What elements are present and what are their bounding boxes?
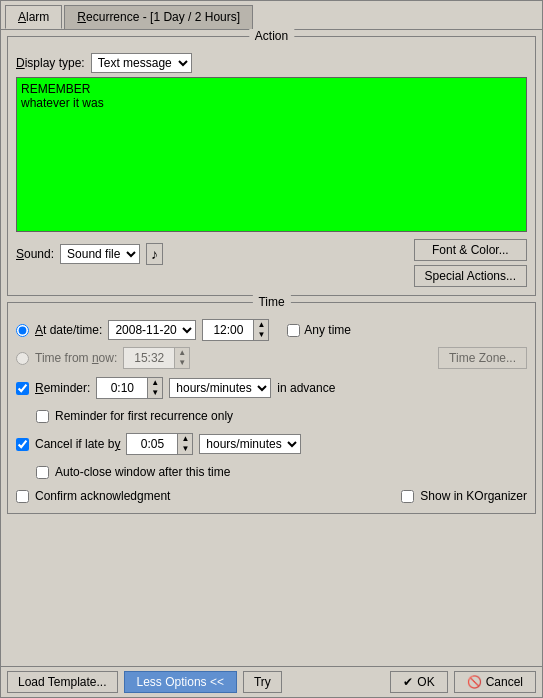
confirm-ack-label: Confirm acknowledgment bbox=[35, 489, 170, 503]
at-datetime-row: At date/time: 2008-11-20 12:00 ▲ ▼ Any t… bbox=[16, 319, 527, 341]
sound-row: Sound: Sound file No sound Beep ♪ bbox=[16, 243, 163, 265]
try-button[interactable]: Try bbox=[243, 671, 282, 693]
cancel-label: Cancel bbox=[486, 675, 523, 689]
cancel-late-checkbox[interactable] bbox=[16, 438, 29, 451]
tab-recurrence[interactable]: Recurrence - [1 Day / 2 Hours] bbox=[64, 5, 253, 29]
bottom-bar: Load Template... Less Options << Try ✔ O… bbox=[1, 666, 542, 697]
right-buttons: Font & Color... Special Actions... bbox=[414, 239, 527, 287]
autoclose-label: Auto-close window after this time bbox=[55, 465, 230, 479]
from-now-spinner-arrows: ▲ ▼ bbox=[174, 348, 189, 368]
confirm-korg-row: Confirm acknowledgment Show in KOrganize… bbox=[16, 487, 527, 505]
display-type-row: Display type: Text message File Command bbox=[16, 53, 527, 73]
cancel-icon: 🚫 bbox=[467, 675, 482, 689]
action-group: Action Display type: Text message File C… bbox=[7, 36, 536, 296]
reminder-first-label: Reminder for first recurrence only bbox=[55, 409, 233, 423]
timezone-button[interactable]: Time Zone... bbox=[438, 347, 527, 369]
time-from-now-radio[interactable] bbox=[16, 352, 29, 365]
sound-label: Sound: bbox=[16, 247, 54, 261]
tab-bar: Alarm Recurrence - [1 Day / 2 Hours] bbox=[1, 1, 542, 29]
tab-recurrence-label: Recurrence - [1 Day / 2 Hours] bbox=[77, 10, 240, 24]
from-now-spinner: 15:32 ▲ ▼ bbox=[123, 347, 190, 369]
date-select[interactable]: 2008-11-20 bbox=[108, 320, 196, 340]
action-bottom-row: Sound: Sound file No sound Beep ♪ Font &… bbox=[16, 239, 527, 287]
reminder-first-row: Reminder for first recurrence only bbox=[16, 407, 527, 425]
less-options-button[interactable]: Less Options << bbox=[124, 671, 237, 693]
time-group-content: At date/time: 2008-11-20 12:00 ▲ ▼ Any t… bbox=[16, 319, 527, 505]
time-spinner: 12:00 ▲ ▼ bbox=[202, 319, 269, 341]
cancel-late-down-arrow[interactable]: ▼ bbox=[178, 444, 192, 454]
reminder-spinner-value: 0:10 bbox=[97, 380, 147, 396]
time-group-title: Time bbox=[252, 295, 290, 309]
time-from-now-label: Time from now: bbox=[35, 351, 117, 365]
font-color-button[interactable]: Font & Color... bbox=[414, 239, 527, 261]
load-template-button[interactable]: Load Template... bbox=[7, 671, 118, 693]
cancel-button[interactable]: 🚫 Cancel bbox=[454, 671, 536, 693]
cancel-late-label: Cancel if late by bbox=[35, 437, 120, 451]
reminder-down-arrow[interactable]: ▼ bbox=[148, 388, 162, 398]
time-group: Time At date/time: 2008-11-20 12:00 ▲ ▼ bbox=[7, 302, 536, 514]
cancel-late-row: Cancel if late by 0:05 ▲ ▼ hours/minutes… bbox=[16, 431, 527, 457]
from-now-down-arrow[interactable]: ▼ bbox=[175, 358, 189, 368]
message-textarea[interactable]: REMEMBER whatever it was bbox=[16, 77, 527, 232]
autoclose-row: Auto-close window after this time bbox=[16, 463, 527, 481]
main-content: Action Display type: Text message File C… bbox=[1, 29, 542, 666]
tab-alarm-label: Alarm bbox=[18, 10, 49, 24]
action-group-title: Action bbox=[249, 29, 294, 43]
ok-button[interactable]: ✔ OK bbox=[390, 671, 447, 693]
special-actions-button[interactable]: Special Actions... bbox=[414, 265, 527, 287]
cancel-late-spinner-value: 0:05 bbox=[127, 436, 177, 452]
tab-alarm[interactable]: Alarm bbox=[5, 5, 62, 29]
show-korg-checkbox[interactable] bbox=[401, 490, 414, 503]
sound-select[interactable]: Sound file No sound Beep bbox=[60, 244, 140, 264]
autoclose-checkbox[interactable] bbox=[36, 466, 49, 479]
time-down-arrow[interactable]: ▼ bbox=[254, 330, 268, 340]
reminder-unit-select[interactable]: hours/minutes days weeks bbox=[169, 378, 271, 398]
from-now-up-arrow[interactable]: ▲ bbox=[175, 348, 189, 358]
at-datetime-label: At date/time: bbox=[35, 323, 102, 337]
time-spinner-arrows: ▲ ▼ bbox=[253, 320, 268, 340]
ok-label: OK bbox=[417, 675, 434, 689]
main-window: Alarm Recurrence - [1 Day / 2 Hours] Act… bbox=[0, 0, 543, 698]
reminder-advance-label: in advance bbox=[277, 381, 335, 395]
confirm-ack-checkbox[interactable] bbox=[16, 490, 29, 503]
reminder-row: Reminder: 0:10 ▲ ▼ hours/minutes days we… bbox=[16, 375, 527, 401]
reminder-checkbox[interactable] bbox=[16, 382, 29, 395]
reminder-spinner-arrows: ▲ ▼ bbox=[147, 378, 162, 398]
cancel-late-up-arrow[interactable]: ▲ bbox=[178, 434, 192, 444]
time-spinner-value: 12:00 bbox=[203, 322, 253, 338]
time-up-arrow[interactable]: ▲ bbox=[254, 320, 268, 330]
show-korg-label: Show in KOrganizer bbox=[420, 489, 527, 503]
reminder-up-arrow[interactable]: ▲ bbox=[148, 378, 162, 388]
at-datetime-radio[interactable] bbox=[16, 324, 29, 337]
display-type-select[interactable]: Text message File Command bbox=[91, 53, 192, 73]
cancel-late-spinner: 0:05 ▲ ▼ bbox=[126, 433, 193, 455]
sound-play-button[interactable]: ♪ bbox=[146, 243, 163, 265]
from-now-spinner-value: 15:32 bbox=[124, 350, 174, 366]
reminder-first-checkbox[interactable] bbox=[36, 410, 49, 423]
ok-checkmark-icon: ✔ bbox=[403, 675, 413, 689]
cancel-late-spinner-arrows: ▲ ▼ bbox=[177, 434, 192, 454]
time-from-now-row: Time from now: 15:32 ▲ ▼ Time Zone... bbox=[16, 347, 527, 369]
anytime-row: Any time bbox=[287, 323, 351, 337]
reminder-spinner: 0:10 ▲ ▼ bbox=[96, 377, 163, 399]
anytime-checkbox[interactable] bbox=[287, 324, 300, 337]
anytime-label: Any time bbox=[304, 323, 351, 337]
reminder-label: Reminder: bbox=[35, 381, 90, 395]
cancel-late-unit-select[interactable]: hours/minutes days weeks bbox=[199, 434, 301, 454]
display-type-label: Display type: bbox=[16, 56, 85, 70]
